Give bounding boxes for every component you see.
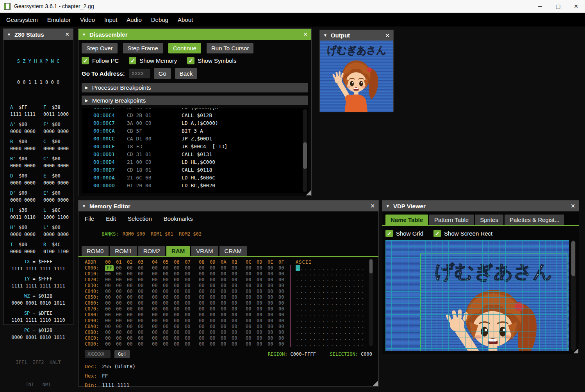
hex-byte[interactable]: 00 (127, 312, 136, 318)
hex-scrollbar[interactable] (369, 259, 373, 346)
hex-byte[interactable]: 00 (138, 271, 146, 277)
hex-byte[interactable]: 00 (221, 330, 229, 335)
hex-byte[interactable]: 00 (221, 277, 229, 283)
hex-byte[interactable]: 00 (163, 265, 171, 271)
hex-byte[interactable]: 00 (278, 271, 287, 277)
disasm-row[interactable]: 00:00C4 CD 2B 01 CALL $012B (93, 112, 308, 119)
resize-grip[interactable] (373, 381, 378, 386)
hex-byte[interactable]: 00 (199, 341, 207, 347)
hex-byte[interactable]: 00 (246, 324, 254, 330)
memory-menu-selection[interactable]: Selection (128, 215, 152, 222)
vdp-viewer-header[interactable]: ▼ VDP Viewer ✕ (382, 200, 579, 211)
hex-byte[interactable]: 00 (257, 294, 265, 300)
hex-byte[interactable]: 00 (152, 312, 161, 318)
collapse-icon[interactable]: ▼ (7, 32, 11, 37)
checkbox-show-screen-rect[interactable]: ✓ Show Screen Rect (433, 230, 492, 237)
hex-byte[interactable]: 00 (127, 289, 136, 294)
menu-item-gearsystem[interactable]: Gearsystem (2, 14, 43, 26)
hex-byte[interactable]: 00 (163, 312, 171, 318)
hex-byte[interactable]: 00 (221, 312, 229, 318)
hex-byte[interactable]: 00 (105, 283, 114, 289)
disasm-row[interactable]: 00:00DA 21 6C 6B LD HL,$6B6C (93, 174, 308, 182)
hex-byte[interactable]: 00 (199, 294, 207, 300)
hex-byte[interactable]: 00 (138, 330, 146, 335)
disasm-row[interactable]: 00:00C1 32 00 C0 LD ($C000),A (93, 108, 308, 112)
goto-address-input[interactable] (129, 69, 150, 78)
hex-byte[interactable]: 00 (232, 294, 240, 300)
hex-byte[interactable]: 00 (278, 341, 287, 347)
hex-byte[interactable]: 00 (116, 318, 125, 324)
hex-byte[interactable]: 00 (138, 318, 146, 324)
menu-item-audio[interactable]: Audio (122, 14, 146, 26)
hex-byte[interactable]: 00 (257, 306, 265, 312)
disasm-row[interactable]: 00:00D4 21 00 C0 LD HL,$C000 (93, 158, 308, 166)
memory-editor-header[interactable]: ▼ Memory Editor ✕ (78, 200, 378, 211)
hex-byte[interactable]: 00 (278, 283, 287, 289)
close-icon[interactable]: ✕ (65, 31, 70, 37)
hex-byte[interactable]: 00 (105, 294, 114, 300)
hex-byte[interactable]: 00 (232, 330, 240, 335)
hex-byte[interactable]: 00 (257, 265, 265, 271)
hex-byte[interactable]: 00 (152, 271, 161, 277)
go-button[interactable]: Go (154, 68, 171, 79)
hex-byte[interactable]: 00 (278, 330, 287, 335)
hex-byte[interactable]: 00 (163, 271, 171, 277)
hex-byte[interactable]: 00 (246, 271, 254, 277)
hex-byte[interactable]: 00 (278, 300, 287, 306)
tab-vram[interactable]: VRAM (191, 246, 218, 256)
hex-byte[interactable]: 00 (268, 300, 276, 306)
hex-byte[interactable]: 00 (210, 318, 218, 324)
hex-byte[interactable]: 00 (268, 335, 276, 341)
hex-byte[interactable]: 00 (257, 330, 265, 335)
hex-byte[interactable]: 00 (105, 324, 114, 330)
hex-byte[interactable]: 00 (127, 306, 136, 312)
hex-byte[interactable]: 00 (116, 265, 125, 271)
hex-byte[interactable]: 00 (221, 271, 229, 277)
disassembler-header[interactable]: ▼ Disassembler ✕ (78, 29, 311, 40)
hex-byte[interactable]: 00 (246, 330, 254, 335)
hex-byte[interactable]: 00 (152, 318, 161, 324)
collapse-icon[interactable]: ▼ (386, 204, 390, 208)
memory-go-button[interactable]: Go! (114, 350, 130, 358)
hex-byte[interactable]: 00 (185, 283, 193, 289)
hex-byte[interactable]: 00 (138, 289, 146, 294)
hex-byte[interactable]: 00 (246, 289, 254, 294)
hex-byte[interactable]: 00 (210, 271, 218, 277)
hex-byte[interactable]: 00 (221, 324, 229, 330)
disasm-scrollbar[interactable] (303, 109, 307, 192)
hex-byte[interactable]: 00 (278, 289, 287, 294)
hex-byte[interactable]: 00 (268, 306, 276, 312)
hex-byte[interactable]: 00 (105, 271, 114, 277)
hex-byte[interactable]: 00 (221, 341, 229, 347)
hex-byte[interactable]: 00 (210, 306, 218, 312)
hex-byte[interactable]: 00 (127, 294, 136, 300)
menu-item-debug[interactable]: Debug (146, 14, 173, 26)
hex-byte[interactable]: 00 (163, 306, 171, 312)
hex-byte[interactable]: 00 (221, 300, 229, 306)
hex-byte[interactable]: 00 (199, 283, 207, 289)
disasm-row[interactable]: 00:00C7 3A 00 C0 LD A,($C000) (93, 119, 308, 127)
tab-palettes-regist[interactable]: Palettes & Regist... (505, 215, 565, 225)
hex-byte[interactable]: 00 (185, 341, 193, 347)
hex-byte[interactable]: 00 (210, 312, 218, 318)
hex-byte[interactable]: 00 (174, 294, 182, 300)
hex-byte[interactable]: 00 (138, 341, 146, 347)
hex-byte[interactable]: 00 (199, 324, 207, 330)
tab-rom1[interactable]: ROM1 (110, 246, 137, 256)
hex-byte[interactable]: 00 (116, 271, 125, 277)
hex-byte[interactable]: 00 (116, 312, 125, 318)
hex-byte[interactable]: 00 (232, 306, 240, 312)
hex-byte[interactable]: 00 (221, 294, 229, 300)
hex-byte[interactable]: 00 (127, 265, 136, 271)
hex-byte[interactable]: 00 (185, 312, 193, 318)
hex-byte[interactable]: 00 (185, 289, 193, 294)
close-icon[interactable]: ✕ (571, 203, 575, 209)
hex-byte[interactable]: 00 (268, 265, 276, 271)
close-icon[interactable]: ✕ (385, 32, 390, 39)
hex-byte[interactable]: 00 (174, 324, 182, 330)
hex-byte[interactable]: 00 (268, 324, 276, 330)
back-button[interactable]: Back (175, 68, 197, 79)
hex-byte[interactable]: 00 (138, 265, 146, 271)
collapse-icon[interactable]: ▼ (323, 33, 327, 37)
hex-byte[interactable]: 00 (232, 289, 240, 294)
